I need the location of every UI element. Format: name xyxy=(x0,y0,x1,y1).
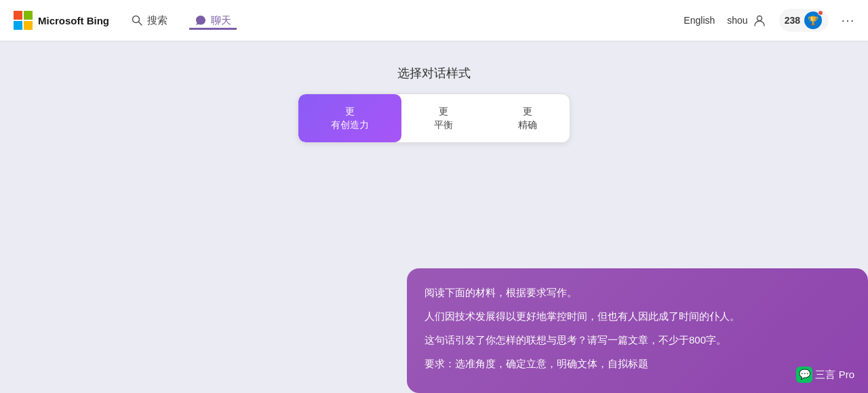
style-selector-title: 选择对话样式 xyxy=(298,65,570,81)
chat-bubble-area: 阅读下面的材料，根据要求写作。 人们因技术发展得以更好地掌控时间，但也有人因此成… xyxy=(407,268,868,393)
username-label: shou xyxy=(727,15,747,26)
chat-nav-icon xyxy=(195,14,207,26)
navbar: Microsoft Bing 搜索 聊天 English sh xyxy=(0,0,868,41)
user-message-bubble: 阅读下面的材料，根据要求写作。 人们因技术发展得以更好地掌控时间，但也有人因此成… xyxy=(407,268,868,393)
trophy-icon: 🏆 xyxy=(804,12,822,29)
language-selector[interactable]: English xyxy=(684,15,715,26)
svg-rect-2 xyxy=(14,21,22,30)
nav-search[interactable]: 搜索 xyxy=(125,12,173,30)
message-line-2: 人们因技术发展得以更好地掌控时间，但也有人因此成了时间的仆人。 xyxy=(425,307,850,325)
main-content: 选择对话样式 更 有创造力 更 平衡 更 精确 阅读下面的材料，根据要求写作。 … xyxy=(0,41,868,393)
notification-dot xyxy=(818,10,823,16)
logo-area[interactable]: Microsoft Bing xyxy=(14,11,109,30)
search-nav-icon xyxy=(131,14,143,26)
search-label: 搜索 xyxy=(147,14,167,27)
user-area[interactable]: shou xyxy=(727,13,766,28)
bing-logo-icon xyxy=(14,11,33,30)
more-options-icon[interactable]: ⋯ xyxy=(841,12,854,28)
svg-line-5 xyxy=(139,22,142,26)
navbar-right: English shou 238 🏆 ⋯ xyxy=(684,9,854,32)
style-balanced-button[interactable]: 更 平衡 xyxy=(401,94,486,142)
message-line-3: 这句话引发了你怎样的联想与思考？请写一篇文章，不少于800字。 xyxy=(425,331,850,349)
nav-chat[interactable]: 聊天 xyxy=(189,12,237,30)
svg-rect-1 xyxy=(24,11,33,20)
wechat-icon: 💬 xyxy=(796,367,812,383)
watermark-label: 三言 Pro xyxy=(815,365,854,384)
navbar-left: Microsoft Bing 搜索 聊天 xyxy=(14,11,237,30)
svg-point-6 xyxy=(757,16,762,21)
style-buttons-group: 更 有创造力 更 平衡 更 精确 xyxy=(298,94,570,143)
watermark: 💬 三言 Pro xyxy=(796,365,854,384)
message-line-1: 阅读下面的材料，根据要求写作。 xyxy=(425,283,850,302)
style-creative-button[interactable]: 更 有创造力 xyxy=(298,94,401,142)
svg-rect-3 xyxy=(24,21,33,30)
score-badge[interactable]: 238 🏆 xyxy=(779,9,829,32)
chat-label: 聊天 xyxy=(211,14,231,27)
user-account-icon xyxy=(752,13,767,28)
style-selector: 选择对话样式 更 有创造力 更 平衡 更 精确 xyxy=(298,65,570,143)
style-precise-button[interactable]: 更 精确 xyxy=(486,94,570,142)
logo-text: Microsoft Bing xyxy=(38,15,109,26)
svg-rect-0 xyxy=(14,11,22,20)
message-line-4: 要求：选准角度，确定立意，明确文体，自拟标题 xyxy=(425,354,850,373)
score-number: 238 xyxy=(785,15,800,26)
